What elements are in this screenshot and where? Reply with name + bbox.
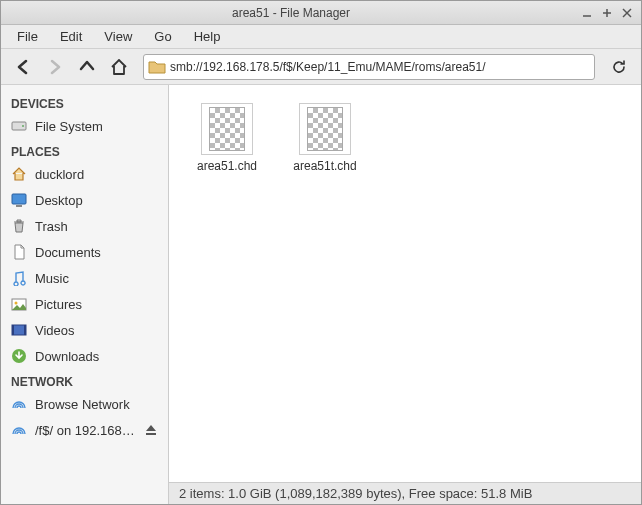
home-icon: [11, 166, 27, 182]
file-item[interactable]: area51.chd: [187, 103, 267, 173]
sidebar-item-desktop[interactable]: Desktop: [1, 187, 168, 213]
window-title: area51 - File Manager: [7, 6, 575, 20]
sidebar-item-music[interactable]: Music: [1, 265, 168, 291]
sidebar-item-browse-network[interactable]: Browse Network: [1, 391, 168, 417]
sidebar-item-label: File System: [35, 119, 158, 134]
forward-button[interactable]: [41, 53, 69, 81]
sidebar-item-label: Trash: [35, 219, 158, 234]
sidebar-item-label: ducklord: [35, 167, 158, 182]
toolbar: [1, 49, 641, 85]
menu-edit[interactable]: Edit: [50, 27, 92, 46]
sidebar-section-devices: DEVICES: [1, 91, 168, 113]
home-button[interactable]: [105, 53, 133, 81]
sidebar-item-downloads[interactable]: Downloads: [1, 343, 168, 369]
eject-button[interactable]: [144, 423, 158, 437]
location-bar[interactable]: [143, 54, 595, 80]
reload-icon: [611, 59, 627, 75]
file-name: area51.chd: [197, 159, 257, 173]
drive-icon: [11, 118, 27, 134]
trash-icon: [11, 218, 27, 234]
file-icon: [201, 103, 253, 155]
status-text: 2 items: 1.0 GiB (1,089,182,389 bytes), …: [179, 486, 532, 501]
music-icon: [11, 270, 27, 286]
sidebar-item-label: Pictures: [35, 297, 158, 312]
sidebar-item-label: Browse Network: [35, 397, 158, 412]
reload-button[interactable]: [605, 53, 633, 81]
sidebar-item-label: Desktop: [35, 193, 158, 208]
document-icon: [11, 244, 27, 260]
file-name: area51t.chd: [293, 159, 356, 173]
sidebar-item-label: Music: [35, 271, 158, 286]
svg-rect-13: [24, 325, 26, 335]
menu-go[interactable]: Go: [144, 27, 181, 46]
file-item[interactable]: area51t.chd: [285, 103, 365, 173]
svg-rect-12: [12, 325, 14, 335]
folder-icon: [148, 58, 166, 76]
sidebar-item-filesystem[interactable]: File System: [1, 113, 168, 139]
sidebar-item-trash[interactable]: Trash: [1, 213, 168, 239]
sidebar-item-home[interactable]: ducklord: [1, 161, 168, 187]
sidebar-item-documents[interactable]: Documents: [1, 239, 168, 265]
sidebar-item-label: Documents: [35, 245, 158, 260]
menu-help[interactable]: Help: [184, 27, 231, 46]
back-button[interactable]: [9, 53, 37, 81]
sidebar: DEVICES File System PLACES ducklord Desk…: [1, 85, 169, 504]
svg-point-6: [22, 125, 24, 127]
up-button[interactable]: [73, 53, 101, 81]
close-button[interactable]: [619, 5, 635, 21]
sidebar-item-label: Videos: [35, 323, 158, 338]
file-area[interactable]: area51.chd area51t.chd: [169, 85, 641, 482]
sidebar-section-places: PLACES: [1, 139, 168, 161]
svg-point-10: [15, 302, 18, 305]
menu-view[interactable]: View: [94, 27, 142, 46]
titlebar: area51 - File Manager: [1, 1, 641, 25]
file-icon: [299, 103, 351, 155]
body: DEVICES File System PLACES ducklord Desk…: [1, 85, 641, 504]
network-share-icon: [11, 422, 27, 438]
menubar: File Edit View Go Help: [1, 25, 641, 49]
arrow-left-icon: [14, 58, 32, 76]
arrow-right-icon: [46, 58, 64, 76]
network-icon: [11, 396, 27, 412]
maximize-button[interactable]: [599, 5, 615, 21]
menu-file[interactable]: File: [7, 27, 48, 46]
sidebar-item-pictures[interactable]: Pictures: [1, 291, 168, 317]
sidebar-item-mounted-share[interactable]: /f$/ on 192.168.17…: [1, 417, 168, 443]
home-icon: [110, 58, 128, 76]
location-input[interactable]: [170, 60, 590, 74]
downloads-icon: [11, 348, 27, 364]
desktop-icon: [11, 192, 27, 208]
content-area: area51.chd area51t.chd 2 items: 1.0 GiB …: [169, 85, 641, 504]
svg-rect-7: [12, 194, 26, 204]
sidebar-section-network: NETWORK: [1, 369, 168, 391]
videos-icon: [11, 322, 27, 338]
sidebar-item-label: Downloads: [35, 349, 158, 364]
pictures-icon: [11, 296, 27, 312]
svg-rect-8: [16, 205, 22, 207]
svg-rect-11: [12, 325, 26, 335]
sidebar-item-label: /f$/ on 192.168.17…: [35, 423, 136, 438]
sidebar-item-videos[interactable]: Videos: [1, 317, 168, 343]
minimize-button[interactable]: [579, 5, 595, 21]
statusbar: 2 items: 1.0 GiB (1,089,182,389 bytes), …: [169, 482, 641, 504]
arrow-up-icon: [78, 58, 96, 76]
